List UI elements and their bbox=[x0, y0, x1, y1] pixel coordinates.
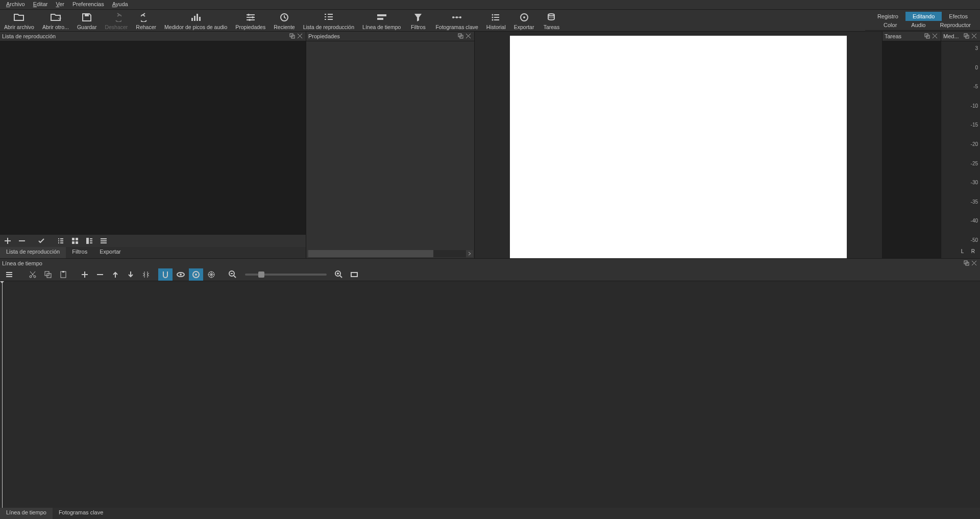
playlist-body[interactable] bbox=[0, 41, 306, 235]
filters-icon bbox=[413, 12, 423, 23]
split-icon[interactable] bbox=[139, 268, 153, 281]
ripple-icon[interactable] bbox=[189, 268, 203, 281]
svg-rect-26 bbox=[76, 241, 78, 244]
export-button[interactable]: Exportar bbox=[510, 10, 538, 31]
close-icon[interactable] bbox=[297, 33, 304, 40]
undock-icon[interactable] bbox=[964, 260, 970, 267]
history-button[interactable]: Historial bbox=[482, 10, 510, 31]
svg-rect-0 bbox=[85, 14, 89, 16]
menu-help[interactable]: Ayuda bbox=[108, 0, 132, 9]
playlist-title: Lista de reproducción bbox=[2, 33, 288, 39]
properties-panel: Propiedades bbox=[306, 32, 475, 258]
playlist-tab[interactable]: Filtros bbox=[66, 247, 93, 258]
close-icon[interactable] bbox=[465, 33, 472, 40]
undock-icon[interactable] bbox=[924, 33, 931, 40]
svg-rect-10 bbox=[377, 18, 383, 20]
append-icon[interactable] bbox=[78, 268, 92, 281]
properties-body bbox=[306, 41, 474, 258]
list-view-icon[interactable] bbox=[54, 235, 67, 246]
playlist-tab[interactable]: Lista de reproducción bbox=[0, 247, 66, 258]
detail-view-icon[interactable] bbox=[83, 235, 96, 246]
cut-icon[interactable] bbox=[26, 268, 40, 281]
ripple-all-icon[interactable] bbox=[204, 268, 218, 281]
close-icon[interactable] bbox=[971, 260, 978, 267]
preview-canvas[interactable] bbox=[510, 36, 847, 289]
save-button[interactable]: Guardar bbox=[73, 10, 101, 31]
meter-tick: 3 bbox=[975, 45, 978, 51]
zoom-fit-icon[interactable] bbox=[347, 268, 361, 281]
undock-icon[interactable] bbox=[289, 33, 296, 40]
svg-point-16 bbox=[492, 19, 493, 21]
lift-icon[interactable] bbox=[93, 268, 107, 281]
tasks-title: Tareas bbox=[885, 33, 923, 39]
meter-tick: 0 bbox=[975, 65, 978, 70]
meter-tick: -10 bbox=[971, 103, 978, 109]
timeline-tab[interactable]: Línea de tiempo bbox=[0, 508, 53, 519]
save-icon bbox=[82, 12, 92, 23]
properties-button[interactable]: Propiedades bbox=[231, 10, 270, 31]
layout-tab-fx[interactable]: Efectos bbox=[942, 12, 975, 21]
svg-point-19 bbox=[548, 14, 554, 16]
svg-point-52 bbox=[195, 274, 197, 276]
menu-edit[interactable]: Editar bbox=[29, 0, 52, 9]
grid-view-icon[interactable] bbox=[68, 235, 82, 246]
overwrite-down-icon[interactable] bbox=[124, 268, 138, 281]
secondary-tab[interactable]: Reproductor bbox=[940, 22, 971, 28]
undo-button[interactable]: Deshacer bbox=[101, 10, 132, 31]
properties-title: Propiedades bbox=[308, 33, 457, 39]
paste-icon[interactable] bbox=[56, 268, 70, 281]
overwrite-up-icon[interactable] bbox=[108, 268, 122, 281]
keyframes-button[interactable]: Fotogramas clave bbox=[431, 10, 482, 31]
copy-icon[interactable] bbox=[41, 268, 55, 281]
close-icon[interactable] bbox=[971, 33, 978, 40]
zoom-in-icon[interactable] bbox=[332, 268, 346, 281]
timeline-button[interactable]: Línea de tiempo bbox=[358, 10, 405, 31]
timeline-tab[interactable]: Fotogramas clave bbox=[53, 508, 109, 519]
export-icon bbox=[519, 12, 529, 23]
audio-meter-panel: Med... 30-5-10-15-20-25-30-35-40-50 L R bbox=[941, 32, 980, 258]
main-area: Lista de reproducción Lista de reproducc… bbox=[0, 32, 980, 258]
svg-rect-27 bbox=[86, 238, 89, 244]
undock-icon[interactable] bbox=[458, 33, 464, 40]
close-icon[interactable] bbox=[932, 33, 939, 40]
svg-point-7 bbox=[249, 19, 251, 21]
recent-button[interactable]: Reciente bbox=[270, 10, 299, 31]
svg-point-15 bbox=[492, 17, 493, 18]
svg-point-14 bbox=[492, 14, 493, 16]
menu-file[interactable]: Archivo bbox=[2, 0, 29, 9]
redo-button[interactable]: Rehacer bbox=[132, 10, 160, 31]
layout-tab-logging[interactable]: Registro bbox=[870, 12, 905, 21]
secondary-tab[interactable]: Audio bbox=[911, 22, 925, 28]
playlist-icon bbox=[324, 12, 334, 23]
undock-icon[interactable] bbox=[964, 33, 970, 40]
layout-tab-editing[interactable]: Editando bbox=[905, 12, 942, 21]
peak-meter-button[interactable]: Medidor de picos de audio bbox=[160, 10, 231, 31]
check-icon[interactable] bbox=[35, 235, 48, 246]
menu-icon[interactable] bbox=[97, 235, 110, 246]
remove-icon[interactable] bbox=[15, 235, 29, 246]
undo-icon bbox=[111, 12, 121, 23]
scrub-icon[interactable] bbox=[174, 268, 188, 281]
playlist-button[interactable]: Lista de reproducción bbox=[299, 10, 358, 31]
timeline-tracks[interactable] bbox=[0, 281, 980, 508]
filters-button[interactable]: Filtros bbox=[405, 10, 431, 31]
add-icon[interactable] bbox=[1, 235, 14, 246]
snap-icon[interactable] bbox=[158, 268, 173, 281]
menu-preferences[interactable]: Preferencias bbox=[68, 0, 108, 9]
preview-area: ▼ / 00:00:00:00 --:--:--:-- / --:--:--:-… bbox=[475, 32, 882, 258]
zoom-out-icon[interactable] bbox=[226, 268, 240, 281]
open-file-button[interactable]: Abrir archivo bbox=[0, 10, 38, 31]
meter-tick: -30 bbox=[971, 180, 978, 185]
playlist-tab[interactable]: Exportar bbox=[93, 247, 127, 258]
properties-scrollbar[interactable] bbox=[308, 250, 472, 257]
playlist-bottom-tabs: Lista de reproducciónFiltrosExportar bbox=[0, 247, 306, 258]
menu-view[interactable]: Ver bbox=[52, 0, 68, 9]
meter-tick: -40 bbox=[971, 218, 978, 224]
playhead[interactable] bbox=[2, 281, 3, 508]
zoom-slider[interactable] bbox=[245, 274, 327, 276]
tl-menu-icon[interactable] bbox=[2, 268, 16, 281]
svg-rect-9 bbox=[377, 14, 386, 16]
secondary-tab[interactable]: Color bbox=[884, 22, 897, 28]
jobs-button[interactable]: Tareas bbox=[538, 10, 565, 31]
open-other-button[interactable]: Abrir otro... bbox=[38, 10, 73, 31]
